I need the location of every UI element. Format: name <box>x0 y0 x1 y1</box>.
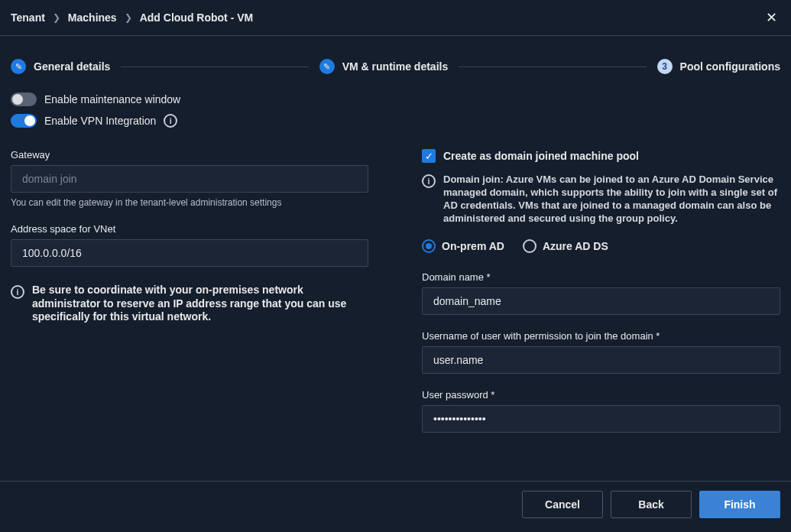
chevron-right-icon: ❯ <box>125 12 132 23</box>
radio-azure-ad-ds[interactable]: Azure AD DS <box>523 239 608 253</box>
domain-username-input[interactable] <box>422 346 780 374</box>
info-icon[interactable]: i <box>164 114 177 128</box>
back-button[interactable]: Back <box>611 491 692 518</box>
step-label: Pool configurations <box>680 60 780 73</box>
toggle-label: Enable maintenance window <box>44 93 180 105</box>
gateway-label: Gateway <box>11 149 368 161</box>
radio-unselected-icon <box>523 239 537 253</box>
radio-selected-icon <box>422 239 436 253</box>
breadcrumb-tenant[interactable]: Tenant <box>11 11 45 24</box>
step-line <box>459 66 646 67</box>
footer-actions: Cancel Back Finish <box>0 481 791 532</box>
cancel-button[interactable]: Cancel <box>522 491 603 518</box>
user-password-input[interactable] <box>422 405 780 433</box>
checkbox-checked-icon[interactable]: ✓ <box>422 149 436 163</box>
radio-label: On-prem AD <box>442 240 504 252</box>
toggle-maintenance-window[interactable]: Enable maintenance window <box>11 92 780 106</box>
breadcrumb-current: Add Cloud Robot - VM <box>140 11 254 24</box>
finish-button[interactable]: Finish <box>699 491 780 518</box>
create-domain-joined-checkbox-row[interactable]: ✓ Create as domain joined machine pool <box>422 149 780 163</box>
step-general-details[interactable]: ✎ General details <box>11 59 110 74</box>
step-label: VM & runtime details <box>342 60 448 73</box>
stepper: ✎ General details ✎ VM & runtime details… <box>0 36 791 92</box>
checkbox-label: Create as domain joined machine pool <box>443 150 639 162</box>
domain-name-label: Domain name * <box>422 271 780 283</box>
radio-label: Azure AD DS <box>543 240 608 252</box>
breadcrumb: Tenant ❯ Machines ❯ Add Cloud Robot - VM… <box>0 0 791 36</box>
switch-on[interactable] <box>11 114 37 128</box>
breadcrumb-machines[interactable]: Machines <box>68 11 117 24</box>
pencil-icon: ✎ <box>319 59 335 74</box>
pencil-icon: ✎ <box>11 59 26 74</box>
toggle-vpn-integration[interactable]: Enable VPN Integration i <box>11 114 780 128</box>
step-line <box>121 66 308 67</box>
step-number-badge: 3 <box>657 59 673 74</box>
step-pool-config: 3 Pool configurations <box>657 59 780 74</box>
switch-off[interactable] <box>11 92 37 106</box>
address-space-label: Address space for VNet <box>11 223 368 235</box>
chevron-right-icon: ❯ <box>53 12 60 23</box>
gateway-input <box>11 165 368 193</box>
step-vm-runtime[interactable]: ✎ VM & runtime details <box>319 59 448 74</box>
step-label: General details <box>34 60 110 73</box>
domain-username-label: Username of user with permission to join… <box>422 330 780 342</box>
gateway-helper: You can edit the gateway in the tenant-l… <box>11 197 368 208</box>
close-icon[interactable]: ✕ <box>763 9 780 26</box>
coordination-note: Be sure to coordinate with your on-premi… <box>32 284 368 324</box>
domain-join-note: Domain join: Azure VMs can be joined to … <box>443 174 780 225</box>
user-password-label: User password * <box>422 389 780 401</box>
toggle-label: Enable VPN Integration <box>44 115 156 127</box>
radio-on-prem-ad[interactable]: On-prem AD <box>422 239 504 253</box>
info-icon: i <box>11 285 24 299</box>
info-icon: i <box>422 174 436 188</box>
domain-name-input[interactable] <box>422 287 780 315</box>
address-space-input[interactable] <box>11 239 368 267</box>
